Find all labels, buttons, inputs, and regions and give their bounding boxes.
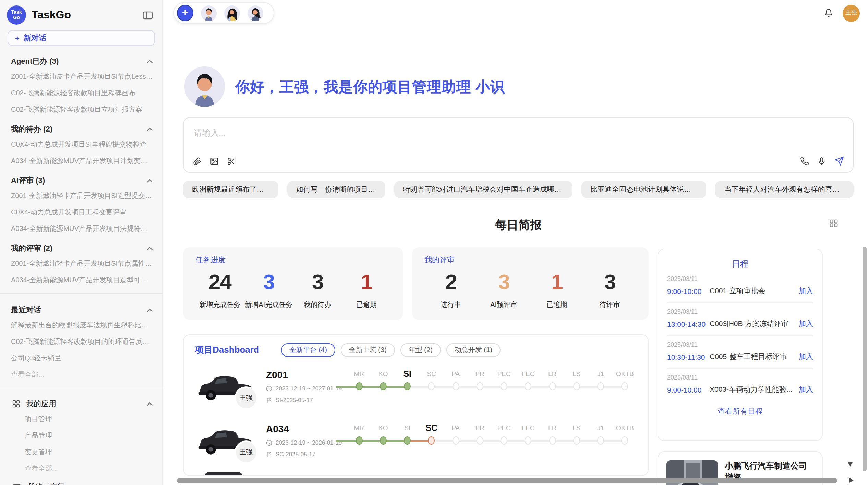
scroll-right-arrow-icon[interactable] xyxy=(849,477,854,483)
sidebar-section-header[interactable]: Agent已办 (3) xyxy=(0,50,162,69)
suggestion-chip[interactable]: 如何写一份清晰的项目周报 xyxy=(287,181,385,198)
sidebar-task-item[interactable]: C02-飞腾新能源轻客改款项目里程碑画布 xyxy=(0,85,162,101)
schedule-card: 日程 2025/03/119:00-10:00C001-立项审批会加入2025/… xyxy=(658,249,823,441)
dashboard-tab[interactable]: 全新上装 (3) xyxy=(341,343,395,357)
sidebar: Task Go TaskGo + 新对话 Agent已办 (3)Z001-全新燃… xyxy=(0,0,163,485)
layout-grid-icon[interactable] xyxy=(830,219,838,227)
schedule-item: 2025/03/1113:00-14:30C003|H0B-方案冻结评审加入 xyxy=(667,303,813,336)
my-apps-header[interactable]: 我的应用 xyxy=(0,393,162,411)
project-row[interactable]: 王强A0342023-12-19 ~ 2026-01-19SC-2025-05-… xyxy=(195,423,637,465)
sidebar-header: Task Go TaskGo xyxy=(0,0,162,29)
vertical-scrollbar[interactable] xyxy=(863,247,867,471)
sidebar-task-item[interactable]: C0X4-动力总成开发项目工程变更评审 xyxy=(0,204,162,221)
milestone-label: PA xyxy=(444,369,468,380)
milestone: FEC xyxy=(516,369,541,390)
sidebar-task-item[interactable]: A034-全新新能源MUV产品开发项目造型可行性评审 xyxy=(0,272,162,288)
milestone: LS xyxy=(565,423,589,445)
sidebar-task-item[interactable]: Z001-全新燃油轻卡产品开发项目SI节点属性5D文件评审 xyxy=(0,256,162,272)
project-owner-badge: 王强 xyxy=(236,442,256,462)
sidebar-nav-cloud-space-icon[interactable]: 我的云空间 xyxy=(0,477,162,485)
scissors-icon[interactable] xyxy=(227,157,236,166)
new-chat-button[interactable]: + 新对话 xyxy=(8,30,155,46)
my-apps-list: 项目管理产品管理变更管理查看全部... xyxy=(0,411,162,477)
attachment-icon[interactable] xyxy=(193,157,202,166)
join-link[interactable]: 加入 xyxy=(799,385,813,395)
join-link[interactable]: 加入 xyxy=(799,352,813,362)
schedule-time: 10:30-11:30 xyxy=(667,353,710,361)
phone-icon[interactable] xyxy=(800,157,809,165)
sidebar-section-header[interactable]: 我的评审 (2) xyxy=(0,237,162,256)
view-all-schedule-link[interactable]: 查看所有日程 xyxy=(667,406,813,416)
app-item[interactable]: 产品管理 xyxy=(0,427,162,444)
recent-chats-title: 最近对话 xyxy=(11,305,41,315)
stat-label: 新增完成任务 xyxy=(195,300,244,310)
milestone-dot xyxy=(573,436,580,445)
stat-label: AI预评审 xyxy=(478,300,531,310)
composer-input[interactable] xyxy=(193,127,844,138)
stat-label: 已逾期 xyxy=(530,300,583,310)
microphone-icon[interactable] xyxy=(817,157,826,165)
sidebar-collapse-icon[interactable] xyxy=(141,9,154,21)
recent-chat-item[interactable]: C02-飞腾新能源轻客改款项目的闭环通告反馈情况 xyxy=(0,334,162,350)
image-icon[interactable] xyxy=(210,157,219,166)
briefing-left-column: 任务进度24新增完成任务3新增AI完成任务3我的待办1已逾期我的评审2进行中3A… xyxy=(183,247,649,485)
dashboard-tab[interactable]: 全新平台 (4) xyxy=(281,343,335,357)
send-icon[interactable] xyxy=(834,156,844,166)
join-link[interactable]: 加入 xyxy=(799,286,813,296)
flag-icon xyxy=(266,397,272,403)
stat-value: 1 xyxy=(530,271,583,294)
composer-actions xyxy=(800,156,844,166)
sidebar-task-item[interactable]: A034-全新新能源MUV产品开发项目法规符合性评审 xyxy=(0,221,162,237)
suggestion-chip[interactable]: 欧洲新规最近颁布了什么? xyxy=(183,181,278,198)
apps-view-all[interactable]: 查看全部... xyxy=(0,460,162,477)
sidebar-task-item[interactable]: A034-全新新能源MUV产品开发项目计划变更表编写 xyxy=(0,153,162,169)
schedule-title: 日程 xyxy=(667,258,813,270)
dashboard-tab[interactable]: 年型 (2) xyxy=(400,343,441,357)
recent-chats-view-all[interactable]: 查看全部... xyxy=(0,366,162,383)
suggestion-chip[interactable]: 当下年轻人对汽车外观有怎样的喜好趋势 xyxy=(715,181,854,198)
stat: 3AI预评审 xyxy=(478,271,531,310)
milestone-dot xyxy=(597,436,604,445)
milestone-dot xyxy=(525,436,532,445)
milestone: MR xyxy=(347,369,371,390)
taskgo-logo: Task Go xyxy=(7,5,26,25)
join-link[interactable]: 加入 xyxy=(799,319,813,329)
sidebar-task-item[interactable]: C02-飞腾新能源轻客改款项目立项汇报方案 xyxy=(0,101,162,118)
scroll-down-arrow-icon[interactable] xyxy=(847,462,853,467)
sidebar-task-item[interactable]: Z001-全新燃油皮卡产品开发项目SI节点Lesson Learn报告 xyxy=(0,69,162,85)
assistant-avatar xyxy=(184,66,225,107)
app-item[interactable]: 变更管理 xyxy=(0,444,162,460)
schedule-time: 9:00-10:00 xyxy=(667,386,710,394)
stats-card-title: 我的评审 xyxy=(424,255,636,265)
stat-label: 新增AI完成任务 xyxy=(244,300,293,310)
app-item[interactable]: 项目管理 xyxy=(0,411,162,427)
project-row[interactable]: 王强Z0012023-12-19 ~ 2027-01-19SI-2025-05-… xyxy=(195,369,637,411)
apps-grid-icon xyxy=(12,400,20,408)
milestone: KO xyxy=(371,369,396,390)
recent-chat-item[interactable]: 公司Q3轻卡销量 xyxy=(0,350,162,366)
schedule-date: 2025/03/11 xyxy=(667,374,813,381)
suggestion-chip[interactable]: 特朗普可能对进口汽车增税会对中国车企造成哪些影响 xyxy=(394,181,573,198)
suggestion-chip[interactable]: 比亚迪全固态电池计划具体说了什么 xyxy=(581,181,706,198)
sidebar-task-item[interactable]: C0X4-动力总成开发项目SI里程碑提交物检查 xyxy=(0,136,162,153)
stat: 2进行中 xyxy=(424,271,478,310)
recent-chats-header[interactable]: 最近对话 xyxy=(0,299,162,317)
divider xyxy=(0,388,162,388)
recent-chat-item[interactable]: 解释最新出台的欧盟报废车法规再生塑料比例被调至15%... xyxy=(0,317,162,334)
sidebar-section-header[interactable]: AI评审 (3) xyxy=(0,169,162,188)
project-flag: SI-2025-05-17 xyxy=(266,397,347,403)
project-info: Z0012023-12-19 ~ 2027-01-19SI-2025-05-17 xyxy=(266,369,347,403)
milestone-dot xyxy=(622,382,628,390)
milestone: PR xyxy=(468,369,492,390)
horizontal-scrollbar[interactable] xyxy=(177,478,837,483)
milestone-label: SC xyxy=(420,369,444,380)
sidebar-task-item[interactable]: Z001-全新燃油轻卡产品开发项目SI造型提交物评审 xyxy=(0,188,162,204)
stat: 1已逾期 xyxy=(342,271,391,310)
milestone: PA xyxy=(444,369,468,390)
stat-label: 待评审 xyxy=(583,300,637,310)
sidebar-section-header[interactable]: 我的待办 (2) xyxy=(0,118,162,136)
schedule-list: 2025/03/119:00-10:00C001-立项审批会加入2025/03/… xyxy=(667,270,813,401)
schedule-event-title: X003-车辆动力学性能验... xyxy=(710,385,799,395)
dashboard-tab[interactable]: 动总开发 (1) xyxy=(446,343,501,357)
schedule-event-title: C005-整车工程目标评审 xyxy=(710,352,799,362)
